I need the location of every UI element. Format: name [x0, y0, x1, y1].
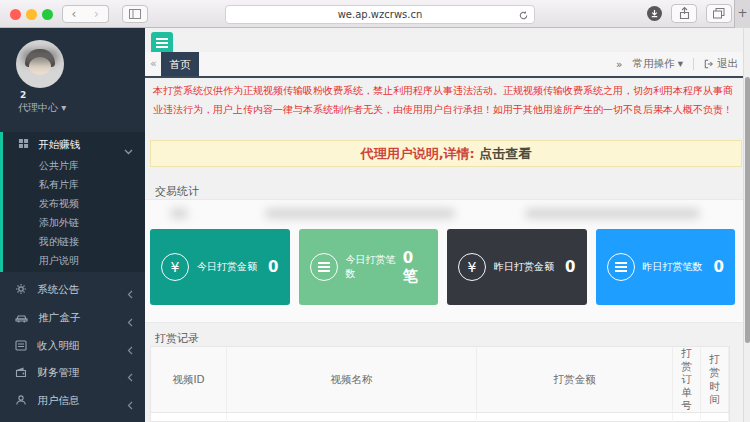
- sidebar-item-user-info[interactable]: 用户信息: [0, 389, 145, 411]
- scroll-tabs-right-button[interactable]: »: [616, 58, 622, 70]
- sidebar-item-promo-box[interactable]: 推广盒子: [0, 306, 145, 328]
- sidebar-item-label: 推广盒子: [38, 311, 80, 323]
- agent-notice-banner[interactable]: 代理用户说明,详情: 点击查看: [150, 140, 742, 167]
- gear-icon: [15, 285, 30, 297]
- blurred-row: [155, 205, 710, 223]
- list-circle-icon: [310, 253, 338, 281]
- sidebar-item-income-details[interactable]: 收入明细: [0, 334, 145, 356]
- list-circle-icon: [607, 253, 635, 281]
- user-icon: [15, 396, 30, 408]
- wallet-icon: [15, 368, 30, 380]
- sidebar-item-system-announcements[interactable]: 系统公告: [0, 278, 145, 300]
- stat-cards: ¥ 今日打赏金额 0 今日打赏笔数 0笔 ¥ 昨日打赏金额 0 昨日打赏笔数 0: [150, 229, 735, 305]
- sidebar-item-user-guide[interactable]: 用户说明: [3, 251, 145, 270]
- downloads-icon[interactable]: [647, 6, 662, 21]
- column-header-video-id: 视频ID: [151, 347, 227, 412]
- column-header-video-name: 视频名称: [227, 347, 477, 412]
- blurred-username: [22, 50, 58, 63]
- section-title-trade-stats: 交易统计: [155, 184, 199, 199]
- stat-value: 0: [268, 258, 278, 276]
- sidebar-item-label: 系统公告: [37, 283, 79, 295]
- chevron-down-icon: ▾: [61, 102, 66, 113]
- tab-overview-icon[interactable]: [706, 4, 732, 23]
- scroll-tabs-left-button[interactable]: «: [150, 52, 157, 76]
- stat-value: 0: [714, 258, 724, 276]
- stat-value: 0笔: [403, 249, 427, 286]
- url-text: we.ap.wzcrws.cn: [338, 9, 423, 20]
- yen-circle-icon: ¥: [161, 253, 189, 281]
- sidebar-item-label: 财务管理: [37, 366, 79, 378]
- main-content: « 首页 » 常用操作 ▾ 退出 本打赏系统仅供作为正规视频传输吸粉收费系统，禁…: [145, 28, 750, 422]
- new-tab-button[interactable]: +: [734, 0, 750, 28]
- car-icon: [15, 313, 31, 325]
- zoom-window-button[interactable]: [42, 9, 53, 20]
- sidebar-item-start-earning[interactable]: 开始赚钱: [3, 132, 145, 156]
- chevron-down-icon: ▾: [678, 57, 683, 69]
- records-table: 视频ID 视频名称 打赏金额 打赏订单号 打赏时间: [150, 346, 730, 422]
- chevron-left-icon: [127, 340, 133, 362]
- column-header-amount: 打赏金额: [477, 347, 673, 412]
- chevron-left-icon: [127, 284, 133, 306]
- tab-home[interactable]: 首页: [161, 52, 199, 76]
- tab-bar: « 首页 » 常用操作 ▾ 退出: [145, 52, 750, 78]
- forward-button[interactable]: ›: [85, 5, 109, 23]
- user-role-dropdown[interactable]: 代理中心 ▾: [18, 101, 66, 115]
- column-header-time: 打赏时间: [701, 347, 729, 412]
- yen-circle-icon: ¥: [458, 253, 486, 281]
- divider: [693, 58, 694, 70]
- sidebar-item-add-external-link[interactable]: 添加外链: [3, 213, 145, 232]
- sidebar-item-label: 收入明细: [37, 339, 79, 351]
- stat-value: 0: [565, 258, 575, 276]
- close-window-button[interactable]: [10, 9, 21, 20]
- logout-button[interactable]: 退出: [704, 57, 738, 71]
- table-row: [151, 413, 729, 422]
- stat-label: 今日打赏笔数: [346, 253, 403, 281]
- user-badge: 2: [20, 90, 26, 100]
- sidebar-toggle-button[interactable]: [122, 5, 148, 23]
- chevron-left-icon: [127, 312, 133, 334]
- sidebar-item-label: 用户信息: [37, 394, 79, 406]
- banner-view-link[interactable]: 点击查看: [479, 146, 531, 161]
- hamburger-icon: [156, 38, 168, 40]
- stat-card-today-amount: ¥ 今日打赏金额 0: [150, 229, 290, 305]
- section-title-reward-records: 打赏记录: [155, 331, 199, 346]
- table-header-row: 视频ID 视频名称 打赏金额 打赏订单号 打赏时间: [151, 347, 729, 413]
- stat-card-yesterday-count: 昨日打赏笔数 0: [596, 229, 736, 305]
- browser-toolbar: ‹ › we.ap.wzcrws.cn: [0, 0, 750, 28]
- stat-label: 昨日打赏笔数: [643, 260, 703, 274]
- logout-icon: [704, 59, 714, 69]
- list-icon: [15, 341, 30, 353]
- sidebar-item-publish-video[interactable]: 发布视频: [3, 194, 145, 213]
- scrollbar-thumb[interactable]: [745, 77, 750, 343]
- avatar[interactable]: [16, 40, 64, 88]
- back-button[interactable]: ‹: [62, 5, 86, 23]
- chevron-down-icon: [124, 139, 133, 163]
- sidebar-icon: [129, 9, 141, 19]
- sidebar-item-finance-management[interactable]: 财务管理: [0, 361, 145, 383]
- minimize-window-button[interactable]: [26, 9, 37, 20]
- sidebar: 2 代理中心 ▾ 开始赚钱 公共片库 私有片库 发布视频 添加外链 我的链接 用…: [0, 28, 145, 422]
- chevron-left-icon: [127, 367, 133, 389]
- share-icon[interactable]: [671, 4, 697, 23]
- stat-card-yesterday-amount: ¥ 昨日打赏金额 0: [447, 229, 587, 305]
- refresh-icon[interactable]: [518, 9, 529, 26]
- stat-label: 昨日打赏金额: [494, 260, 554, 274]
- chevron-left-icon: [127, 395, 133, 417]
- disclaimer-text: 本打赏系统仅供作为正规视频传输吸粉收费系统，禁止利用程序从事违法活动。正规视频传…: [153, 82, 736, 119]
- menu-toggle-button[interactable]: [151, 32, 173, 54]
- column-header-order-number: 打赏订单号: [673, 347, 701, 412]
- stat-label: 今日打赏金额: [197, 260, 257, 274]
- address-bar[interactable]: we.ap.wzcrws.cn: [225, 5, 535, 24]
- banner-text: 代理用户说明,详情:: [361, 146, 475, 161]
- sidebar-item-label: 开始赚钱: [38, 138, 80, 150]
- browser-actions: [647, 4, 732, 23]
- page-scrollbar[interactable]: [743, 28, 750, 422]
- common-operations-dropdown[interactable]: 常用操作 ▾: [632, 57, 683, 71]
- grid-icon: [18, 139, 32, 151]
- sidebar-item-my-links[interactable]: 我的链接: [3, 232, 145, 251]
- sidebar-group-start-earning: 开始赚钱 公共片库 私有片库 发布视频 添加外链 我的链接 用户说明: [0, 132, 145, 272]
- stat-card-today-count: 今日打赏笔数 0笔: [299, 229, 439, 305]
- app-window: ‹ › we.ap.wzcrws.cn: [0, 0, 750, 422]
- sidebar-item-private-library[interactable]: 私有片库: [3, 175, 145, 194]
